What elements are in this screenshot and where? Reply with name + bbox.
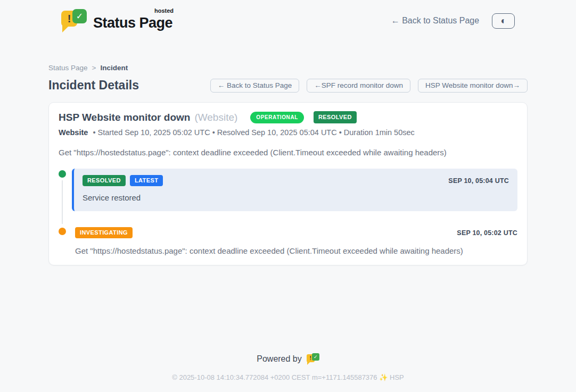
timeline-message: Get "https://hostedstatus.page": context… (75, 246, 517, 255)
resolved-status-badge: RESOLVED (314, 111, 357, 123)
incident-meta-dates: • Started Sep 10, 2025 05:02 UTC • Resol… (93, 128, 414, 137)
timeline-dot-column (59, 226, 72, 255)
logo-hosted-superscript: hosted (154, 7, 174, 14)
header: ! ✓ Status Page hosted ← Back to Status … (48, 0, 528, 33)
timeline-entry-resolved: RESOLVED LATEST SEP 10, 05:04 UTC Servic… (59, 169, 517, 211)
timeline-connector-line (62, 180, 63, 224)
contrast-icon: ◐ (500, 15, 506, 27)
theme-toggle-button[interactable]: ◐ (492, 13, 515, 29)
operational-status-badge: OPERATIONAL (250, 112, 304, 123)
logo-title: Status Page (93, 15, 172, 31)
incident-description: Get "https://hostedstatus.page": context… (59, 148, 517, 157)
header-right: ← Back to Status Page ◐ (391, 13, 515, 29)
statuspage-logo-icon: ! ✓ (61, 9, 87, 33)
timeline-dot-column (59, 169, 72, 211)
incident-title: HSP Website monitor down (59, 112, 190, 123)
timeline-entry-content: INVESTIGATING SEP 10, 05:02 UTC Get "htt… (72, 226, 517, 255)
footer: Powered by ! ✓ © 2025-10-08 14:10:34.772… (0, 353, 576, 392)
breadcrumb-incident: Incident (100, 64, 128, 72)
incident-meta: Website • Started Sep 10, 2025 05:02 UTC… (59, 128, 517, 137)
logo-text: Status Page hosted (93, 11, 172, 31)
incident-service: (Website) (194, 112, 237, 123)
logo-check-icon: ✓ (312, 353, 319, 361)
next-incident-button[interactable]: HSP Website monitor down→ (418, 79, 528, 93)
page-title: Incident Details (48, 78, 139, 93)
breadcrumb-status-page[interactable]: Status Page (48, 64, 88, 72)
investigating-badge: INVESTIGATING (75, 227, 133, 238)
timeline-timestamp: SEP 10, 05:04 UTC (448, 177, 509, 185)
statuspage-footer-logo-icon[interactable]: ! ✓ (307, 353, 319, 365)
header-back-to-status-page-link[interactable]: ← Back to Status Page (391, 16, 479, 26)
prev-incident-button[interactable]: ←SPF record monitor down (307, 79, 410, 93)
incident-meta-service: Website (59, 128, 88, 137)
timeline-entry-content: RESOLVED LATEST SEP 10, 05:04 UTC Servic… (72, 169, 517, 211)
timeline-dot-orange (59, 228, 66, 235)
breadcrumb: Status Page > Incident (48, 64, 528, 72)
timeline-message: Service restored (83, 193, 509, 202)
resolved-badge: RESOLVED (83, 175, 126, 186)
main-content: Status Page > Incident Incident Details … (48, 64, 528, 265)
timeline-badge-row: RESOLVED LATEST SEP 10, 05:04 UTC (83, 175, 509, 186)
breadcrumb-separator: > (92, 64, 96, 72)
powered-by-row: Powered by ! ✓ (0, 353, 576, 365)
timeline-dot-green (59, 170, 66, 178)
heading-row: Incident Details ← Back to Status Page ←… (48, 78, 528, 93)
incident-nav-buttons: ← Back to Status Page ←SPF record monito… (210, 79, 528, 93)
powered-by-label: Powered by (257, 354, 302, 364)
brand[interactable]: ! ✓ Status Page hosted (61, 9, 172, 33)
timeline-entry-investigating: INVESTIGATING SEP 10, 05:02 UTC Get "htt… (59, 226, 517, 255)
copyright-text: © 2025-10-08 14:10:34.772084 +0200 CEST … (0, 373, 576, 381)
timeline-highlight-box: RESOLVED LATEST SEP 10, 05:04 UTC Servic… (72, 169, 517, 211)
incident-timeline: RESOLVED LATEST SEP 10, 05:04 UTC Servic… (59, 169, 517, 255)
logo-check-icon: ✓ (72, 9, 87, 23)
incident-card: HSP Website monitor down (Website) OPERA… (48, 102, 528, 265)
back-to-status-page-button[interactable]: ← Back to Status Page (210, 79, 300, 93)
incident-title-row: HSP Website monitor down (Website) OPERA… (59, 111, 517, 123)
timeline-timestamp: SEP 10, 05:02 UTC (457, 229, 517, 237)
latest-badge: LATEST (130, 175, 163, 186)
timeline-badge-row: INVESTIGATING SEP 10, 05:02 UTC (75, 227, 517, 238)
